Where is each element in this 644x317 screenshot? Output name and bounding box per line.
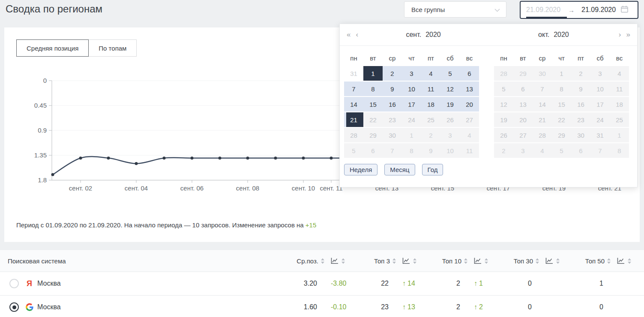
calendar-day: 20 [513, 112, 533, 127]
range-shortcut-Год[interactable]: Год [422, 164, 443, 175]
calendar-day[interactable]: 31 [344, 66, 363, 81]
calendar-day: 10 [440, 143, 460, 158]
calendar-day[interactable]: 16 [383, 97, 402, 112]
date-range-picker[interactable]: 21.09.2020 → 21.09.2020 [520, 1, 638, 19]
tab-avg-position[interactable]: Средняя позиция [16, 39, 89, 57]
queries-change-value: +15 [306, 221, 316, 229]
column-header-trend[interactable] [539, 258, 562, 264]
row-select-radio[interactable] [9, 302, 19, 312]
sort-icon[interactable] [464, 258, 468, 264]
prev-year-button[interactable]: « [347, 30, 350, 39]
range-shortcut-Неделя[interactable]: Неделя [344, 164, 377, 175]
year-select[interactable]: 2020 [425, 31, 441, 38]
next-year-button[interactable]: » [626, 30, 630, 39]
calendar-day: 29 [363, 128, 383, 142]
column-header-Топ 50[interactable]: Топ 50 [562, 257, 611, 265]
trend-chart-icon [331, 258, 338, 264]
metric-change: ↑14 [396, 280, 419, 287]
month-select[interactable]: окт. [538, 31, 549, 38]
column-header-Топ 30[interactable]: Топ 30 [490, 257, 539, 265]
groups-select[interactable]: Все группы [404, 1, 506, 18]
calendar-day: 1 [610, 128, 629, 142]
calendar-day[interactable]: 19 [440, 97, 460, 112]
calendar-day: 27 [460, 112, 479, 127]
calendar-day[interactable]: 15 [363, 97, 383, 112]
calendar-day: 14 [533, 97, 552, 112]
page-title: Сводка по регионам [6, 3, 102, 15]
sort-icon[interactable] [413, 258, 417, 264]
column-header-trend[interactable] [396, 258, 419, 264]
calendar-day[interactable]: 18 [421, 97, 440, 112]
calendar-day[interactable]: 6 [460, 66, 479, 81]
year-select[interactable]: 2020 [554, 31, 569, 38]
column-header-Ср.поз.[interactable]: Ср.поз. [276, 257, 325, 265]
row-select-radio[interactable] [9, 279, 19, 288]
date-range-end-input[interactable]: 21.09.2020 [581, 6, 621, 14]
calendar-day[interactable]: 8 [363, 82, 383, 96]
calendar-day[interactable]: 1 [363, 66, 383, 81]
sort-icon[interactable] [535, 258, 539, 264]
calendar-day: 28 [494, 66, 513, 81]
calendar-day: 7 [590, 143, 610, 158]
calendar-day: 4 [533, 143, 552, 158]
region-label: Москва [37, 280, 61, 287]
calendar-day[interactable]: 4 [421, 66, 440, 81]
date-range-start-input[interactable]: 21.09.2020 [526, 6, 566, 14]
calendar-day: 29 [552, 128, 571, 142]
calendar-day[interactable]: 21 [344, 112, 363, 127]
column-header-trend[interactable] [468, 258, 490, 264]
sort-icon[interactable] [607, 258, 611, 264]
calendar-day: 28 [344, 128, 363, 142]
sort-icon[interactable] [321, 258, 325, 264]
metric-value: 2 [419, 280, 468, 287]
sort-icon[interactable] [392, 258, 396, 264]
column-header-Топ 10[interactable]: Топ 10 [419, 257, 468, 265]
calendar-day[interactable]: 12 [440, 82, 460, 96]
calendar-day[interactable]: 7 [344, 82, 363, 96]
calendar-shortcuts: НеделяМесяцГод [340, 158, 637, 175]
sort-icon[interactable] [341, 258, 345, 264]
calendar-day: 21 [533, 112, 552, 127]
calendar-icon[interactable] [621, 6, 628, 15]
calendar-day: 22 [363, 112, 383, 127]
svg-text:сент. 06: сент. 06 [180, 184, 204, 192]
calendar-nav-right: › » [619, 30, 630, 39]
calendar-day: 9 [571, 82, 590, 96]
calendar-day: 5 [344, 143, 363, 158]
metric-change: ↑2 [468, 303, 490, 311]
weekday-label: пн [344, 54, 363, 62]
calendar-day[interactable]: 9 [383, 82, 402, 96]
column-header-trend[interactable] [611, 258, 633, 264]
month-panel-september: пнвтсрчтптсбвс 3112345678910111213141516… [344, 54, 479, 158]
sort-icon[interactable] [627, 258, 632, 264]
search-engines-table: Поисковая системаСр.поз.Топ 3Топ 10Топ 3… [0, 250, 644, 317]
sort-icon[interactable] [484, 258, 488, 264]
calendar-day[interactable]: 17 [402, 97, 421, 112]
next-month-button[interactable]: › [619, 30, 621, 39]
sort-icon[interactable] [556, 258, 560, 264]
calendar-day[interactable]: 2 [383, 66, 402, 81]
metric-value: 3.20 [276, 280, 325, 287]
column-header-trend[interactable] [325, 258, 347, 264]
calendar-day: 24 [590, 112, 610, 127]
column-header-Топ 3[interactable]: Топ 3 [347, 257, 396, 265]
calendar-day: 23 [571, 112, 590, 127]
calendar-day[interactable]: 20 [460, 97, 479, 112]
calendar-day: 27 [513, 128, 533, 142]
calendar-day: 7 [383, 143, 402, 158]
calendar-day[interactable]: 5 [440, 66, 460, 81]
metric-change: ↑1 [468, 280, 490, 287]
calendar-day: 31 [590, 128, 610, 142]
calendar-day[interactable]: 3 [402, 66, 421, 81]
engine-cell: ЯМосква [8, 279, 276, 288]
calendar-day[interactable]: 11 [421, 82, 440, 96]
month-select[interactable]: сент. [406, 31, 421, 38]
calendar-day[interactable]: 13 [460, 82, 479, 96]
calendar-day[interactable]: 10 [402, 82, 421, 96]
calendar-day: 12 [494, 97, 513, 112]
svg-text:0: 0 [43, 77, 47, 84]
calendar-day[interactable]: 14 [344, 97, 363, 112]
calendar-day: 5 [494, 82, 513, 96]
calendar-body: пнвтсрчтптсбвс 3112345678910111213141516… [340, 46, 637, 158]
range-shortcut-Месяц[interactable]: Месяц [384, 164, 415, 175]
